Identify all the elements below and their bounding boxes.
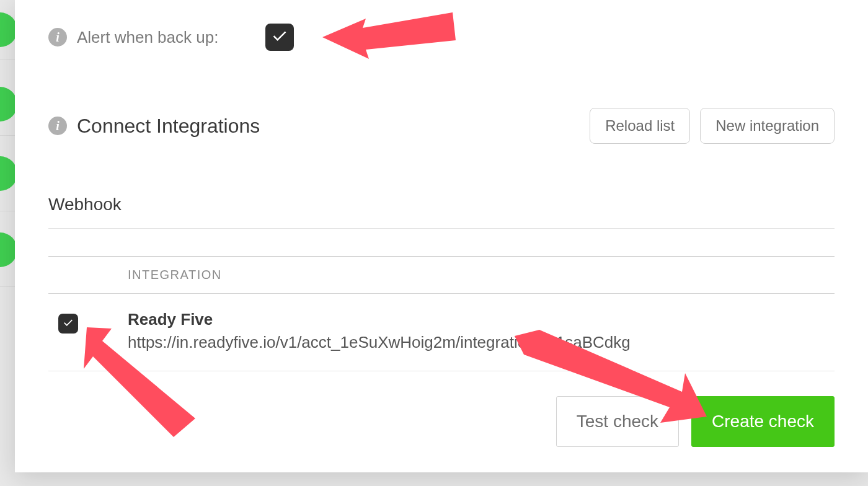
info-icon[interactable]: i [48, 28, 67, 46]
check-icon [270, 28, 289, 46]
reload-list-button[interactable]: Reload list [590, 108, 690, 144]
connect-integrations-title: Connect Integrations [77, 115, 260, 138]
integration-row-checkbox[interactable] [58, 314, 78, 334]
modal-create-check: i Alert when back up: i Connect Integrat… [15, 0, 868, 472]
alert-back-up-row: i Alert when back up: [48, 0, 835, 51]
modal-footer: Test check Create check [48, 396, 835, 447]
integration-category-webhook: Webhook [48, 195, 835, 229]
integration-column-header: INTEGRATION [48, 257, 835, 294]
integration-name: Ready Five [128, 310, 631, 329]
alert-back-up-checkbox[interactable] [265, 24, 294, 51]
info-icon[interactable]: i [48, 117, 67, 135]
check-icon [62, 317, 74, 330]
create-check-button[interactable]: Create check [691, 396, 835, 447]
integration-row: Ready Five https://in.readyfive.io/v1/ac… [48, 294, 835, 371]
test-check-button[interactable]: Test check [556, 396, 679, 447]
integration-table: INTEGRATION Ready Five https://in.readyf… [48, 256, 835, 371]
alert-back-up-label: Alert when back up: [77, 28, 218, 47]
new-integration-button[interactable]: New integration [700, 108, 835, 144]
connect-integrations-header: i Connect Integrations Reload list New i… [48, 108, 835, 144]
integration-url: https://in.readyfive.io/v1/acct_1eSuXwHo… [128, 333, 631, 352]
